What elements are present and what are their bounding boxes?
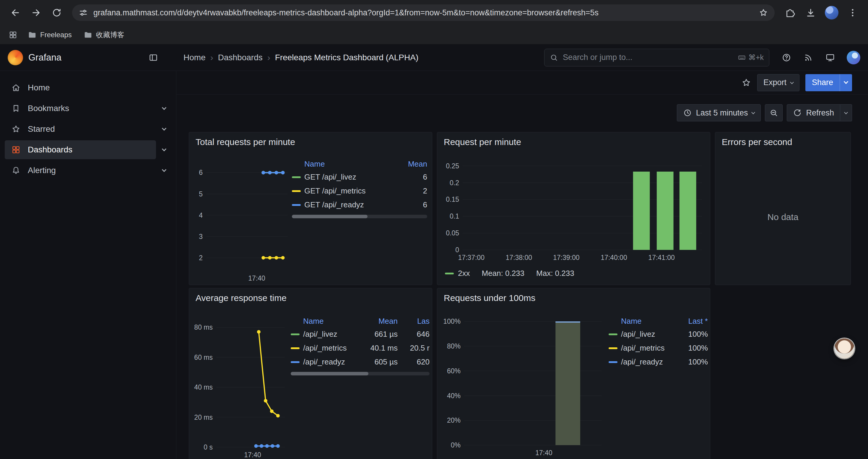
url-text: grafana.mathmast.com/d/deytv4rwavabkb/fr… (93, 8, 757, 18)
panel-title[interactable]: Errors per second (715, 132, 850, 152)
chevron-down-icon[interactable] (156, 129, 172, 130)
panel-title[interactable]: Requests under 100ms (437, 288, 710, 308)
breadcrumb-separator: › (210, 53, 213, 63)
downloads-icon[interactable] (801, 3, 820, 22)
scrollbar-thumb[interactable] (291, 372, 368, 375)
svg-text:17:40: 17:40 (244, 451, 261, 459)
bookmark-folder-freeleaps[interactable]: Freeleaps (23, 28, 76, 42)
legend-col-last[interactable]: Las (398, 317, 430, 326)
legend-col-mean[interactable]: Mean (404, 160, 427, 169)
help-icon[interactable] (782, 53, 791, 62)
breadcrumb-dashboards[interactable]: Dashboards (218, 53, 262, 62)
panel-title[interactable]: Average response time (189, 288, 432, 308)
series-color-swatch (292, 204, 301, 206)
share-button[interactable]: Share (805, 74, 840, 91)
breadcrumb-current-page: Freeleaps Metrics Dashboard (ALPHA) (275, 53, 418, 62)
bell-icon (11, 166, 21, 175)
svg-text:60 ms: 60 ms (194, 354, 213, 361)
svg-text:80%: 80% (447, 342, 461, 350)
svg-text:3: 3 (199, 233, 203, 240)
bookmark-star-icon[interactable] (757, 7, 769, 19)
sidebar-item-home[interactable]: Home (0, 77, 176, 98)
svg-text:17:40: 17:40 (248, 274, 265, 282)
svg-text:60%: 60% (447, 367, 461, 375)
news-rss-icon[interactable] (804, 53, 813, 62)
url-bar[interactable]: grafana.mathmast.com/d/deytv4rwavabkb/fr… (72, 4, 775, 21)
total-requests-chart: 6543217:40 (190, 157, 291, 284)
browser-reload-icon[interactable] (47, 3, 66, 22)
legend-row[interactable]: GET /api/_readyz 6 (292, 198, 427, 212)
floating-assistant-avatar[interactable] (834, 338, 855, 359)
scrollbar-thumb[interactable] (292, 215, 368, 218)
extensions-icon[interactable] (780, 3, 800, 22)
series-color-swatch (292, 176, 301, 178)
share-dropdown-button[interactable] (840, 74, 852, 91)
share-button-group: Share (805, 74, 852, 91)
svg-text:100%: 100% (443, 318, 461, 325)
sidebar-toggle-icon[interactable] (149, 53, 158, 62)
legend-col-mean[interactable]: Mean (353, 317, 398, 326)
sidebar: Home Bookmarks Starred Dashboards Alerti… (0, 71, 176, 459)
site-info-icon[interactable] (78, 7, 89, 19)
chevron-down-icon[interactable] (156, 149, 172, 151)
chevron-down-icon[interactable] (156, 108, 172, 109)
legend-row[interactable]: /api/_livez 100% (609, 327, 708, 341)
svg-text:17:39:00: 17:39:00 (553, 254, 580, 261)
chevron-down-icon (752, 110, 755, 114)
bookmark-folder-blogs[interactable]: 收藏博客 (79, 28, 129, 42)
brand-name: Grafana (28, 52, 61, 63)
kiosk-monitor-icon[interactable] (826, 53, 835, 62)
user-avatar[interactable] (847, 51, 860, 64)
legend-row[interactable]: /api/_readyz 605 µs 620 (291, 355, 430, 369)
breadcrumb-home[interactable]: Home (183, 53, 206, 62)
folder-icon (84, 30, 92, 39)
sidebar-item-alerting[interactable]: Alerting (0, 160, 176, 181)
home-icon (11, 83, 21, 93)
refresh-icon (793, 108, 802, 117)
bookmark-icon (11, 104, 21, 113)
legend-col-last[interactable]: Last * (676, 317, 708, 326)
search-box[interactable]: ⌘+k (544, 49, 769, 66)
legend-series-name[interactable]: 2xx (458, 269, 470, 278)
browser-menu-icon[interactable] (843, 3, 862, 22)
sidebar-item-bookmarks[interactable]: Bookmarks (0, 98, 176, 119)
legend-col-name[interactable]: Name (304, 160, 404, 169)
legend-row[interactable]: /api/_metrics 40.1 ms 20.5 r (291, 341, 430, 355)
legend-row[interactable]: /api/_livez 661 µs 646 (291, 327, 430, 341)
refresh-interval-dropdown[interactable] (840, 104, 852, 121)
svg-text:20%: 20% (447, 417, 461, 424)
panel-title[interactable]: Total requests per minute (189, 132, 432, 152)
legend-scrollbar[interactable] (291, 372, 430, 375)
grafana-logo[interactable] (8, 50, 23, 65)
panel-request-per-minute: Request per minute 0.250.20.150.10.05017… (437, 132, 710, 285)
search-input[interactable] (562, 53, 734, 62)
svg-text:6: 6 (199, 169, 203, 176)
legend-col-name[interactable]: Name (303, 317, 353, 326)
app-header: Grafana Home › Dashboards › Freeleaps Me… (0, 44, 868, 71)
sidebar-item-starred[interactable]: Starred (0, 119, 176, 139)
chevron-down-icon[interactable] (156, 170, 172, 171)
legend-row[interactable]: GET /api/_metrics 2 (292, 184, 427, 198)
sidebar-item-dashboards[interactable]: Dashboards (0, 139, 176, 160)
series-color-swatch (609, 333, 617, 335)
export-button[interactable]: Export (757, 74, 800, 91)
panel-title[interactable]: Request per minute (437, 132, 710, 152)
dashboard-main: Export Share Last 5 minutes (176, 71, 868, 459)
legend-row[interactable]: GET /api/_livez 6 (292, 170, 427, 184)
legend-row[interactable]: /api/_metrics 100% (609, 341, 708, 355)
zoom-out-button[interactable] (765, 104, 783, 121)
svg-text:5: 5 (199, 190, 203, 198)
apps-grid-icon[interactable] (5, 28, 21, 42)
browser-back-icon[interactable] (6, 3, 25, 22)
sidebar-item-label: Starred (28, 124, 55, 134)
under-100ms-chart: 100%80%60%40%20%0%17:40 (439, 314, 608, 459)
legend-row[interactable]: /api/_readyz 100% (609, 355, 708, 369)
favorite-dashboard-star-icon[interactable] (741, 78, 751, 88)
legend-col-name[interactable]: Name (621, 317, 676, 326)
legend-scrollbar[interactable] (292, 215, 427, 218)
svg-text:17:40: 17:40 (535, 449, 553, 457)
browser-profile-avatar[interactable] (825, 6, 838, 20)
browser-forward-icon[interactable] (27, 3, 45, 22)
refresh-button[interactable]: Refresh (787, 104, 840, 121)
time-range-picker[interactable]: Last 5 minutes (677, 104, 761, 121)
